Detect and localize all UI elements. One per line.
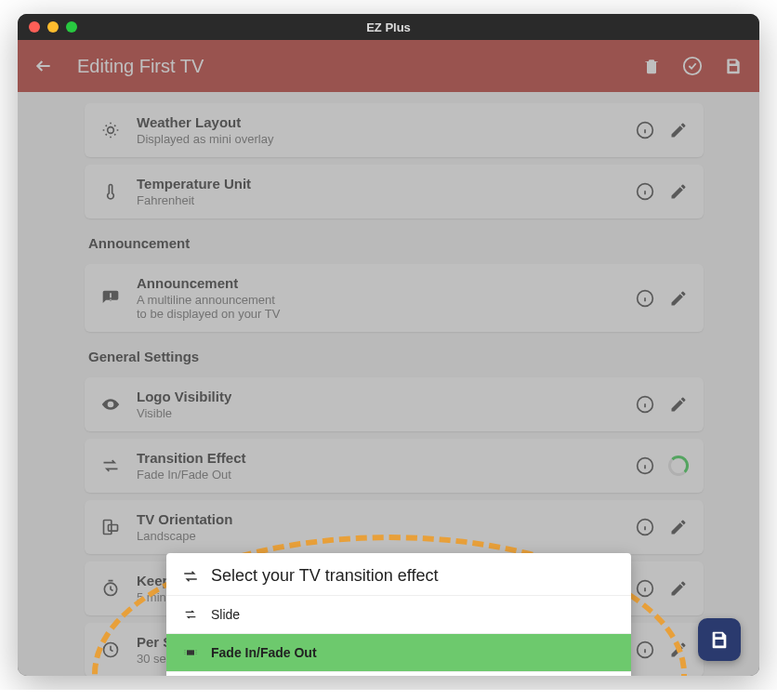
option-label: Slide: [211, 607, 240, 622]
fade-icon: [181, 643, 200, 662]
slide-icon: [181, 605, 200, 624]
transition-effect-popup: Select your TV transition effect Slide F…: [166, 553, 631, 676]
popup-title: Select your TV transition effect: [211, 566, 438, 586]
app-window: EZ Plus Editing First TV: [18, 14, 759, 676]
option-fade[interactable]: Fade In/Fade Out: [166, 633, 631, 671]
minimize-window-button[interactable]: [47, 21, 59, 33]
app-content: Editing First TV Weather Layout: [18, 40, 759, 676]
svg-rect-18: [187, 650, 194, 654]
titlebar: EZ Plus: [18, 14, 759, 40]
window-title: EZ Plus: [18, 20, 759, 34]
option-slide[interactable]: Slide: [166, 595, 631, 633]
popup-header: Select your TV transition effect: [166, 553, 631, 595]
option-cut[interactable]: Cut: [166, 671, 631, 676]
save-fab-button[interactable]: [698, 618, 741, 661]
option-label: Fade In/Fade Out: [211, 645, 317, 660]
transition-icon: [181, 567, 200, 586]
maximize-window-button[interactable]: [66, 21, 77, 33]
window-controls: [18, 21, 77, 33]
close-window-button[interactable]: [29, 21, 40, 33]
